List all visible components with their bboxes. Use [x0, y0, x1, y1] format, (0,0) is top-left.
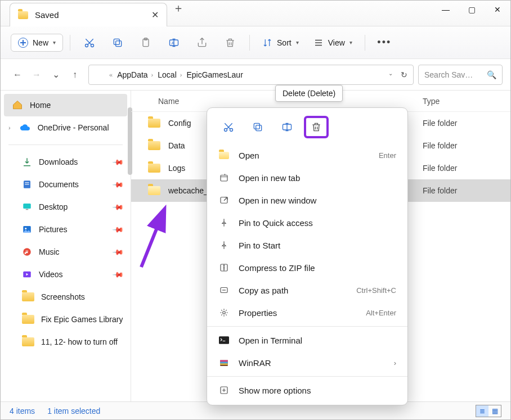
svg-point-18 [225, 129, 227, 132]
svg-point-19 [230, 129, 233, 132]
sort-label: Sort [277, 38, 292, 47]
ctx-open-new-window[interactable]: Open in new window [207, 189, 407, 211]
ctx-copy-button[interactable] [245, 116, 270, 138]
svg-rect-21 [254, 123, 259, 129]
ctx-compress-zip[interactable]: Compress to ZIP file [207, 256, 407, 279]
svg-text:A: A [172, 40, 174, 44]
window-icon [218, 195, 230, 205]
chevron-down-icon: ▾ [349, 39, 352, 46]
search-box[interactable]: Search Sav… 🔍 [418, 65, 503, 85]
copy-button[interactable] [105, 31, 130, 54]
sidebar-label: Home [30, 101, 51, 110]
new-tab-button[interactable]: ＋ [167, 1, 190, 16]
view-label: View [328, 38, 345, 47]
thumbnails-view-button[interactable]: ▦ [488, 405, 501, 417]
zip-icon [218, 263, 230, 273]
address-bar[interactable]: « AppData› Local› EpicGamesLaur ⌄ ↻ [88, 65, 414, 85]
cut-button[interactable] [77, 31, 102, 54]
svg-rect-2 [116, 40, 122, 46]
path-icon [218, 285, 230, 295]
close-tab-icon[interactable]: ✕ [151, 10, 159, 20]
column-type[interactable]: Type [413, 97, 510, 106]
breadcrumb-local[interactable]: Local› [158, 70, 182, 79]
sidebar-desktop[interactable]: Desktop📌 [1, 196, 131, 218]
svg-point-27 [223, 311, 226, 314]
folder-icon [22, 315, 34, 324]
item-count: 4 items [10, 407, 35, 416]
delete-button[interactable] [218, 31, 243, 54]
separator [207, 376, 407, 377]
svg-rect-12 [26, 209, 29, 210]
svg-rect-9 [25, 182, 29, 183]
column-name[interactable]: Name [131, 97, 413, 106]
details-view-button[interactable]: ≣ [476, 405, 488, 417]
sidebar-downloads[interactable]: Downloads📌 [1, 151, 131, 173]
sidebar: Home › OneDrive - Personal Downloads📌 Do… [1, 91, 131, 401]
ctx-winrar[interactable]: WinRAR› [207, 351, 407, 374]
sidebar-screenshots[interactable]: Screenshots [1, 286, 131, 308]
minimize-button[interactable]: — [433, 1, 459, 19]
breadcrumb-overflow[interactable]: « [109, 71, 113, 78]
up-button[interactable]: ↑ [66, 66, 84, 84]
sidebar-onedrive[interactable]: › OneDrive - Personal [1, 116, 131, 139]
chevron-down-icon: ▾ [296, 39, 299, 46]
sidebar-11-12[interactable]: 11, 12- how to turn off [1, 331, 131, 353]
selected-count: 1 item selected [47, 407, 100, 416]
ctx-properties[interactable]: PropertiesAlt+Enter [207, 301, 407, 324]
ctx-open-terminal[interactable]: Open in Terminal [207, 329, 407, 351]
pin-icon [218, 240, 230, 250]
sidebar-videos[interactable]: Videos📌 [1, 263, 131, 286]
recent-locations-button[interactable]: ⌄ [47, 66, 65, 84]
view-button[interactable]: View ▾ [308, 34, 358, 51]
winrar-icon [218, 358, 230, 368]
ctx-rename-button[interactable] [275, 116, 299, 138]
back-button[interactable]: ← [8, 66, 26, 84]
more-icon [218, 385, 230, 395]
rename-button[interactable]: A [162, 31, 186, 54]
ctx-open-new-tab[interactable]: Open in new tab [207, 166, 407, 189]
address-actions: ⌄ ↻ [388, 70, 407, 79]
view-toggle: ≣ ▦ [476, 405, 501, 417]
more-button[interactable]: ••• [372, 31, 397, 54]
folder-icon [218, 152, 230, 159]
plus-icon [18, 38, 28, 48]
svg-point-14 [25, 228, 26, 229]
expand-icon[interactable]: › [8, 124, 11, 131]
pin-icon: 📌 [112, 223, 124, 236]
new-button[interactable]: New ▾ [11, 34, 63, 52]
ctx-pin-quick[interactable]: Pin to Quick access [207, 211, 407, 234]
ctx-pin-start[interactable]: Pin to Start [207, 234, 407, 256]
new-label: New [33, 38, 48, 47]
sort-button[interactable]: Sort ▾ [257, 34, 304, 51]
svg-rect-23 [221, 175, 227, 182]
chevron-down-icon[interactable]: ⌄ [388, 70, 393, 79]
view-icon [313, 38, 324, 48]
forward-button[interactable]: → [28, 66, 46, 84]
close-window-button[interactable]: ✕ [485, 1, 510, 19]
properties-icon [218, 308, 230, 318]
share-button[interactable] [190, 31, 214, 54]
pin-icon: 📌 [112, 201, 124, 213]
ctx-copy-path[interactable]: Copy as pathCtrl+Shift+C [207, 279, 407, 301]
breadcrumb-appdata[interactable]: AppData› [117, 70, 153, 79]
svg-rect-30 [220, 360, 228, 362]
sidebar-pictures[interactable]: Pictures📌 [1, 218, 131, 241]
pin-icon: 📌 [112, 246, 124, 258]
sidebar-music[interactable]: Music📌 [1, 241, 131, 263]
ctx-show-more[interactable]: Show more options [207, 379, 407, 401]
tab-saved[interactable]: Saved ✕ [10, 3, 167, 26]
paste-button[interactable] [133, 31, 158, 54]
maximize-button[interactable]: ▢ [459, 1, 485, 19]
sidebar-home[interactable]: Home [4, 94, 127, 116]
separator [365, 35, 365, 51]
refresh-button[interactable]: ↻ [401, 70, 407, 79]
sidebar-documents[interactable]: Documents📌 [1, 173, 131, 196]
chevron-down-icon: ▾ [53, 39, 56, 46]
sidebar-fix-epic[interactable]: Fix Epic Games Library [1, 308, 131, 331]
ctx-cut-button[interactable] [216, 116, 241, 138]
folder-icon [95, 71, 105, 79]
ctx-open[interactable]: OpenEnter [207, 144, 407, 166]
ctx-delete-button[interactable] [304, 116, 329, 138]
tab-icon [218, 173, 230, 183]
breadcrumb-epicgames[interactable]: EpicGamesLaur [186, 70, 243, 79]
